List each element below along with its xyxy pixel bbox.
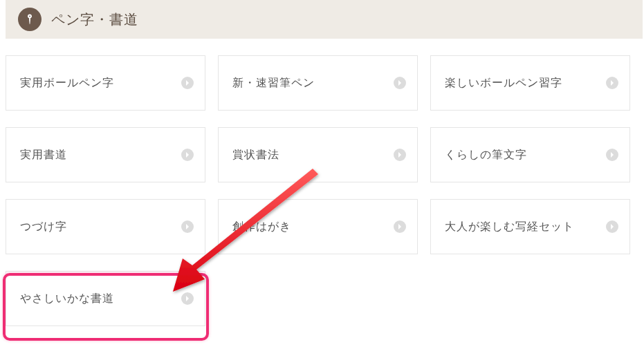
course-card[interactable]: 賞状書法 <box>218 127 418 182</box>
course-label: くらしの筆文字 <box>445 148 527 162</box>
category-header: ペン字・書道 <box>6 0 643 39</box>
course-label: やさしいかな書道 <box>20 292 114 306</box>
course-card[interactable]: 新・速習筆ペン <box>218 55 418 111</box>
course-label: 実用書道 <box>20 148 67 162</box>
chevron-right-icon <box>606 220 618 233</box>
course-label: 大人が楽しむ写経セット <box>445 220 574 234</box>
chevron-right-icon <box>181 220 194 233</box>
course-card[interactable]: 楽しいボールペン習字 <box>430 55 630 111</box>
chevron-right-icon <box>181 149 194 161</box>
course-label: 創作はがき <box>232 220 291 234</box>
course-card[interactable]: やさしいかな書道 <box>6 271 205 326</box>
svg-point-0 <box>29 16 30 17</box>
course-card[interactable]: つづけ字 <box>6 199 205 254</box>
course-card[interactable]: 大人が楽しむ写経セット <box>430 199 630 254</box>
chevron-right-icon <box>606 149 618 161</box>
pen-nib-icon <box>18 8 42 31</box>
chevron-right-icon <box>606 77 618 89</box>
chevron-right-icon <box>394 220 406 233</box>
course-label: つづけ字 <box>20 220 67 234</box>
course-label: 実用ボールペン字 <box>20 76 114 91</box>
course-card[interactable]: 創作はがき <box>218 199 418 254</box>
category-title: ペン字・書道 <box>51 10 138 29</box>
chevron-right-icon <box>181 77 194 89</box>
chevron-right-icon <box>181 292 194 305</box>
course-card[interactable]: 実用書道 <box>6 127 205 182</box>
course-label: 賞状書法 <box>232 148 279 162</box>
course-grid: 実用ボールペン字 新・速習筆ペン 楽しいボールペン習字 実用書道 賞状書法 くら… <box>0 39 644 326</box>
course-label: 新・速習筆ペン <box>232 76 315 91</box>
course-label: 楽しいボールペン習字 <box>445 76 562 91</box>
course-card[interactable]: 実用ボールペン字 <box>6 55 205 111</box>
chevron-right-icon <box>394 77 406 89</box>
course-card[interactable]: くらしの筆文字 <box>430 127 630 182</box>
chevron-right-icon <box>394 149 406 161</box>
